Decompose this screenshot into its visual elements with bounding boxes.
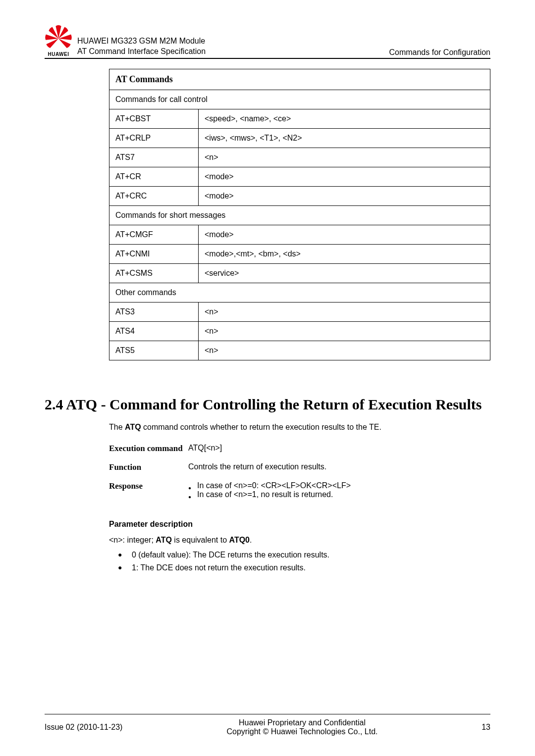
table-row: ATS7<n> <box>109 148 490 167</box>
header-text: HUAWEI MG323 GSM M2M Module AT Command I… <box>77 36 490 57</box>
cmd-name-cell: ATS7 <box>109 148 199 167</box>
bullet-icon <box>188 481 194 490</box>
cmd-param-cell: <mode> <box>199 225 490 245</box>
cmd-param-cell: <mode>,<mt>, <bm>, <ds> <box>199 245 490 264</box>
func-label: Function <box>109 462 188 472</box>
exec-val: ATQ[<n>] <box>188 444 490 454</box>
bullet-icon <box>188 490 194 499</box>
resp-label: Response <box>109 481 188 499</box>
cmd-param-cell: <mode> <box>199 167 490 187</box>
footer-c1: Huawei Proprietary and Confidential <box>144 718 461 727</box>
list-item: 1: The DCE does not return the execution… <box>118 563 490 572</box>
cmd-param-cell: <iws>, <mws>, <T1>, <N2> <box>199 129 490 148</box>
cmd-name-cell: AT+CSMS <box>109 264 199 283</box>
table-row: Commands for short messages <box>109 206 490 225</box>
intro-post: command controls whether to return the e… <box>141 423 381 431</box>
table-section-cell: Other commands <box>109 283 490 302</box>
header-right: Commands for Configuration <box>389 48 490 57</box>
section-title: 2.4 ATQ - Command for Controlling the Re… <box>45 395 490 414</box>
table-row: Other commands <box>109 283 490 302</box>
pd-mid: is equivalent to <box>172 536 229 544</box>
cmd-name-cell: AT+CMGF <box>109 225 199 245</box>
cmd-param-cell: <n> <box>199 148 490 167</box>
table-header: AT Commands <box>109 69 490 90</box>
cmd-param-cell: <mode> <box>199 187 490 206</box>
header-left: HUAWEI MG323 GSM M2M Module AT Command I… <box>77 36 206 57</box>
footer-center: Huawei Proprietary and Confidential Copy… <box>144 718 461 736</box>
cmd-param-cell: <speed>, <name>, <ce> <box>199 109 490 129</box>
cmd-name-cell: ATS4 <box>109 322 199 341</box>
cmd-name-cell: ATS5 <box>109 341 199 360</box>
pd-post: . <box>250 536 252 544</box>
footer-right: 13 <box>461 723 490 732</box>
page-footer: Issue 02 (2010-11-23) Huawei Proprietary… <box>45 714 490 736</box>
pd-b1: ATQ <box>156 536 172 544</box>
table-row: AT+CR<mode> <box>109 167 490 187</box>
resp-2: In case of <n>=1, no result is returned. <box>197 490 333 499</box>
exec-label: Execution command <box>109 444 188 454</box>
doc-title-1: HUAWEI MG323 GSM M2M Module <box>77 36 206 47</box>
param-list: 0 (default value): The DCE returns the e… <box>109 551 490 572</box>
doc-title-2: AT Command Interface Specification <box>77 47 206 57</box>
footer-c2: Copyright © Huawei Technologies Co., Ltd… <box>144 727 461 736</box>
table-row: AT+CSMS<service> <box>109 264 490 283</box>
definition-list: Execution command ATQ[<n>] Function Cont… <box>109 444 490 499</box>
at-commands-table-wrap: AT Commands Commands for call controlAT+… <box>109 69 490 360</box>
table-row: ATS4<n> <box>109 322 490 341</box>
pd-pre: <n>: integer; <box>109 536 156 544</box>
section-intro: The ATQ command controls whether to retu… <box>109 423 490 432</box>
table-row: ATS3<n> <box>109 302 490 322</box>
table-row: AT+CRLP<iws>, <mws>, <T1>, <N2> <box>109 129 490 148</box>
cmd-name-cell: ATS3 <box>109 302 199 322</box>
pd-title: Parameter description <box>109 520 490 529</box>
intro-pre: The <box>109 423 125 431</box>
cmd-name-cell: AT+CRC <box>109 187 199 206</box>
pd-b2: ATQ0 <box>229 536 250 544</box>
cmd-name-cell: AT+CBST <box>109 109 199 129</box>
table-row: AT+CBST<speed>, <name>, <ce> <box>109 109 490 129</box>
list-item: 0 (default value): The DCE returns the e… <box>118 551 490 559</box>
cmd-param-cell: <n> <box>199 341 490 360</box>
table-row: AT+CRC<mode> <box>109 187 490 206</box>
cmd-param-cell: <n> <box>199 302 490 322</box>
at-commands-table: AT Commands Commands for call controlAT+… <box>109 69 490 360</box>
cmd-name-cell: AT+CR <box>109 167 199 187</box>
cmd-param-cell: <n> <box>199 322 490 341</box>
table-row: AT+CNMI<mode>,<mt>, <bm>, <ds> <box>109 245 490 264</box>
parameter-description: Parameter description <n>: integer; ATQ … <box>109 520 490 572</box>
resp-val: In case of <n>=0: <CR><LF>OK<CR><LF> In … <box>188 481 490 499</box>
cmd-name-cell: AT+CRLP <box>109 129 199 148</box>
resp-1: In case of <n>=0: <CR><LF>OK<CR><LF> <box>197 481 351 490</box>
func-val: Controls the return of execution results… <box>188 462 490 472</box>
cmd-name-cell: AT+CNMI <box>109 245 199 264</box>
pd-line: <n>: integer; ATQ is equivalent to ATQ0. <box>109 536 490 545</box>
intro-bold: ATQ <box>125 423 141 431</box>
logo-block: HUAWEI <box>45 25 72 57</box>
footer-left: Issue 02 (2010-11-23) <box>45 723 144 732</box>
table-row: ATS5<n> <box>109 341 490 360</box>
page-header: HUAWEI HUAWEI MG323 GSM M2M Module AT Co… <box>45 25 490 59</box>
table-section-cell: Commands for short messages <box>109 206 490 225</box>
table-section-cell: Commands for call control <box>109 90 490 109</box>
table-row: Commands for call control <box>109 90 490 109</box>
table-row: AT+CMGF<mode> <box>109 225 490 245</box>
huawei-logo-icon <box>45 25 72 52</box>
cmd-param-cell: <service> <box>199 264 490 283</box>
